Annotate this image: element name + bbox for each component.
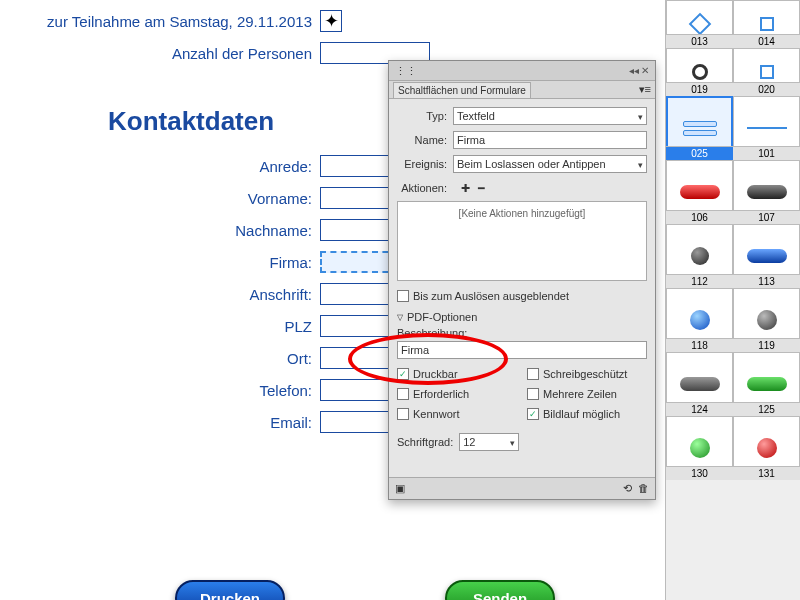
tab-schaltflaechen[interactable]: Schaltflächen und Formulare: [393, 82, 531, 98]
checkbox-bildlauf[interactable]: ✓: [527, 408, 539, 420]
library-item-id: 130: [666, 466, 733, 480]
library-item-014[interactable]: 014: [733, 0, 800, 48]
library-item-id: 119: [733, 338, 800, 352]
send-button[interactable]: Senden: [445, 580, 555, 600]
label-name: Name:: [397, 134, 453, 146]
panel-close-icon[interactable]: ✕: [641, 61, 649, 81]
library-item-112[interactable]: 112: [666, 224, 733, 288]
label-hidden-until-trigger: Bis zum Auslösen ausgeblendet: [413, 290, 569, 302]
label-erforderlich: Erforderlich: [413, 388, 469, 400]
library-item-118[interactable]: 118: [666, 288, 733, 352]
label-telefon: Telefon:: [0, 382, 320, 399]
label-fontsize: Schriftgrad:: [397, 436, 453, 448]
library-item-id: 124: [666, 402, 733, 416]
library-item-id: 118: [666, 338, 733, 352]
checkbox-saturday[interactable]: ✦: [320, 10, 342, 32]
panel-titlebar[interactable]: ⋮⋮ ◂◂ ✕: [389, 61, 655, 81]
label-bildlauf: Bildlauf möglich: [543, 408, 620, 420]
checkbox-hidden-until-trigger[interactable]: [397, 290, 409, 302]
label-type: Typ:: [397, 110, 453, 122]
library-item-130[interactable]: 130: [666, 416, 733, 480]
trash-icon[interactable]: 🗑: [638, 482, 649, 494]
label-druckbar: Druckbar: [413, 368, 458, 380]
preview-icon[interactable]: ▣: [395, 482, 405, 495]
library-item-id: 125: [733, 402, 800, 416]
library-item-106[interactable]: 106: [666, 160, 733, 224]
label-event: Ereignis:: [397, 158, 453, 170]
library-item-id: 020: [733, 82, 800, 96]
library-item-id: 112: [666, 274, 733, 288]
library-item-id: 106: [666, 210, 733, 224]
label-kennwort: Kennwort: [413, 408, 459, 420]
print-button[interactable]: Drucken: [175, 580, 285, 600]
label-actions: Aktionen:: [397, 182, 453, 194]
panel-grip-icon: ⋮⋮: [395, 61, 417, 81]
panel-tabbar: Schaltflächen und Formulare ▾≡: [389, 81, 655, 99]
library-item-131[interactable]: 131: [733, 416, 800, 480]
library-item-id: 013: [666, 34, 733, 48]
button-library-panel[interactable]: 0130140190200251011061071121131181191241…: [665, 0, 800, 600]
label-description: Beschreibung:: [397, 327, 647, 339]
select-event[interactable]: Beim Loslassen oder Antippen: [453, 155, 647, 173]
library-item-id: 014: [733, 34, 800, 48]
library-item-id: 113: [733, 274, 800, 288]
library-item-id: 019: [666, 82, 733, 96]
label-vorname: Vorname:: [0, 190, 320, 207]
label-saturday: zur Teilnahme am Samstag, 29.11.2013: [0, 13, 320, 30]
library-item-113[interactable]: 113: [733, 224, 800, 288]
library-item-125[interactable]: 125: [733, 352, 800, 416]
library-item-025[interactable]: 025: [666, 96, 733, 160]
label-mehrere-zeilen: Mehrere Zeilen: [543, 388, 617, 400]
label-schreibgeschuetzt: Schreibgeschützt: [543, 368, 627, 380]
convert-icon[interactable]: ⟲: [623, 482, 632, 494]
label-plz: PLZ: [0, 318, 320, 335]
buttons-and-forms-panel[interactable]: ⋮⋮ ◂◂ ✕ Schaltflächen und Formulare ▾≡ T…: [388, 60, 656, 500]
library-item-119[interactable]: 119: [733, 288, 800, 352]
library-item-019[interactable]: 019: [666, 48, 733, 96]
library-item-id: 107: [733, 210, 800, 224]
label-nachname: Nachname:: [0, 222, 320, 239]
checkbox-druckbar[interactable]: ✓: [397, 368, 409, 380]
label-email: Email:: [0, 414, 320, 431]
input-description[interactable]: Firma: [397, 341, 647, 359]
library-item-id: 025: [666, 146, 733, 160]
input-name[interactable]: Firma: [453, 131, 647, 149]
library-item-id: 101: [733, 146, 800, 160]
library-item-id: 131: [733, 466, 800, 480]
select-fontsize[interactable]: 12: [459, 433, 519, 451]
checkbox-kennwort[interactable]: [397, 408, 409, 420]
panel-footer: ▣ ⟲ 🗑: [389, 477, 655, 499]
checkbox-schreibgeschuetzt[interactable]: [527, 368, 539, 380]
label-anrede: Anrede:: [0, 158, 320, 175]
label-ort: Ort:: [0, 350, 320, 367]
panel-menu-icon[interactable]: ▾≡: [639, 83, 651, 96]
label-persons: Anzahl der Personen: [0, 45, 320, 62]
panel-collapse-icon[interactable]: ◂◂: [629, 61, 639, 81]
checkbox-mehrere-zeilen[interactable]: [527, 388, 539, 400]
add-action-icon[interactable]: ✚: [461, 182, 470, 195]
remove-action-icon[interactable]: ━: [478, 182, 485, 195]
library-item-020[interactable]: 020: [733, 48, 800, 96]
checkbox-erforderlich[interactable]: [397, 388, 409, 400]
library-item-101[interactable]: 101: [733, 96, 800, 160]
library-item-107[interactable]: 107: [733, 160, 800, 224]
select-type[interactable]: Textfeld: [453, 107, 647, 125]
label-anschrift: Anschrift:: [0, 286, 320, 303]
pdf-options-toggle[interactable]: ▽PDF-Optionen: [397, 311, 647, 323]
label-firma: Firma:: [0, 254, 320, 271]
library-item-013[interactable]: 013: [666, 0, 733, 48]
actions-list[interactable]: [Keine Aktionen hinzugefügt]: [397, 201, 647, 281]
library-item-124[interactable]: 124: [666, 352, 733, 416]
